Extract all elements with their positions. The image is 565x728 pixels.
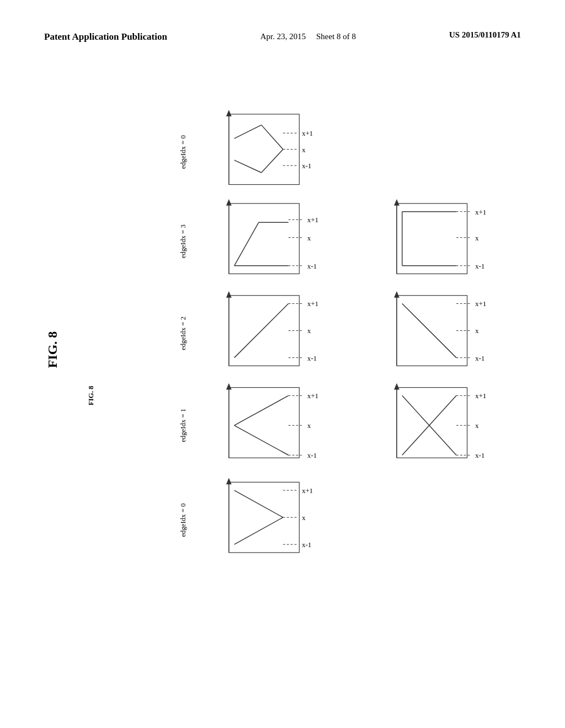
edgeidx-label-r3l: edgeIdx = 2	[179, 317, 187, 350]
edgeidx-label-r2l: edgeIdx = 3	[179, 224, 187, 258]
header-left: Patent Application Publication	[44, 30, 167, 44]
x-label-r3r: x	[475, 327, 479, 335]
x-label-r2r: x	[475, 234, 479, 242]
svg-rect-10	[229, 204, 300, 274]
svg-marker-21	[394, 199, 399, 206]
x-label-r5-minus: x-1	[302, 541, 311, 549]
svg-line-4	[262, 125, 283, 149]
x-label-r4l-minus: x-1	[307, 452, 317, 459]
svg-line-3	[234, 125, 262, 139]
publication-title: Patent Application Publication	[44, 31, 167, 42]
svg-marker-37	[394, 291, 399, 298]
x-label-r2l: x	[307, 234, 311, 242]
fig-8-label: FIG. 8	[45, 331, 60, 368]
fig-label: FIG. 8	[87, 386, 95, 405]
svg-line-61	[234, 490, 283, 517]
x-label-r3r-minus: x-1	[475, 355, 484, 362]
x-label-r5-plus: x+1	[302, 487, 313, 495]
x-label-r2l-minus: x-1	[307, 263, 317, 270]
svg-marker-2	[226, 110, 232, 116]
x-label-r2r-minus: x-1	[475, 263, 484, 270]
svg-line-46	[234, 425, 289, 455]
svg-line-38	[402, 303, 456, 357]
header-center: Apr. 23, 2015 Sheet 8 of 8	[260, 30, 356, 43]
svg-marker-30	[226, 291, 232, 298]
x-label-r4r-plus: x+1	[475, 392, 486, 400]
svg-marker-60	[226, 478, 232, 484]
page-header: Patent Application Publication Apr. 23, …	[0, 30, 565, 44]
svg-line-6	[234, 160, 262, 173]
edgeidx-label-r5: edgeIdx = 0	[179, 504, 187, 537]
x-label-r3l-plus: x+1	[307, 300, 318, 308]
header-date: Apr. 23, 2015	[260, 32, 306, 41]
svg-line-13	[234, 222, 259, 266]
svg-marker-44	[226, 383, 232, 390]
svg-line-45	[234, 395, 289, 425]
x-label-r3l-minus: x-1	[307, 355, 317, 362]
x-label-r5: x	[302, 514, 306, 522]
x-label-r4l: x	[307, 422, 311, 430]
edgeidx-label-r4l: edgeIdx = 1	[179, 409, 187, 442]
x-label-r2l-plus: x+1	[307, 216, 318, 224]
x-label-r4r-minus: x-1	[475, 452, 484, 459]
x-label-r4l-plus: x+1	[307, 392, 318, 400]
svg-marker-12	[226, 199, 232, 206]
edgeidx-label-r1: edgeIdx = 0	[179, 135, 187, 169]
x-label-r1-minus: x-1	[302, 162, 311, 170]
main-content: FIG. 8 edgeIdx = 0 x-1 x x+1 edgeIdx = 3	[77, 85, 543, 695]
header-patent-num: US 2015/0110179 A1	[449, 30, 521, 39]
svg-rect-19	[397, 204, 467, 274]
x-label-r3r-plus: x+1	[475, 300, 486, 308]
header-right: US 2015/0110179 A1	[449, 30, 521, 40]
svg-line-5	[262, 149, 283, 173]
x-label-r4r: x	[475, 422, 479, 430]
x-label-r3l: x	[307, 327, 311, 335]
svg-line-31	[234, 303, 289, 357]
diagrams-svg: FIG. 8 edgeIdx = 0 x-1 x x+1 edgeIdx = 3	[77, 85, 543, 695]
svg-marker-52	[394, 383, 399, 390]
svg-line-62	[234, 517, 283, 544]
header-sheet: Sheet 8 of 8	[316, 32, 356, 41]
x-label-r1: x	[302, 146, 306, 154]
x-label-r1-plus: x+1	[302, 130, 313, 137]
x-label-r2r-plus: x+1	[475, 208, 486, 216]
